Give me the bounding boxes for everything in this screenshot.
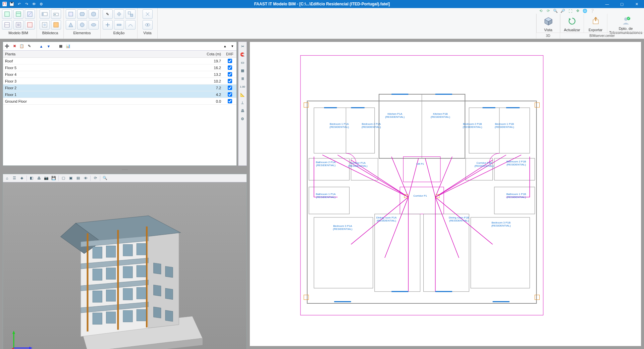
copy-icon[interactable]: 📋 — [19, 44, 24, 49]
elem-icon-4[interactable] — [66, 20, 76, 30]
modelo-icon-4[interactable] — [2, 20, 12, 30]
modelo-icon-5[interactable] — [13, 20, 23, 30]
dxf-checkbox[interactable] — [228, 99, 232, 103]
chart-icon[interactable]: 📊 — [65, 44, 71, 49]
dxf-checkbox[interactable] — [228, 79, 232, 83]
delete-icon[interactable]: ✖ — [12, 44, 17, 49]
table-row[interactable]: Floor 27.2 — [3, 85, 236, 91]
v3d-print-icon[interactable]: 🖶 — [36, 176, 42, 181]
vista-icon-1[interactable] — [143, 9, 153, 19]
modelo-icon-1[interactable] — [2, 9, 12, 19]
edit-icon-3[interactable] — [125, 9, 136, 19]
edit-icon[interactable]: ✎ — [26, 44, 32, 49]
bib-icon-4[interactable] — [51, 20, 61, 30]
table-row[interactable]: Roof19.7 — [3, 58, 236, 64]
edit-icon-1[interactable]: ✎ — [103, 9, 113, 19]
v3d-cube-icon[interactable]: ◧ — [29, 176, 34, 181]
move-up-icon[interactable]: ▲ — [39, 44, 44, 49]
undo-icon[interactable]: ↶ — [17, 2, 21, 6]
edit-icon-4[interactable] — [103, 20, 113, 30]
table-row[interactable]: Floor 14.2 — [3, 91, 236, 98]
mini-zoom-out-icon[interactable]: 🔎 — [560, 8, 566, 14]
mini-globe-icon[interactable]: 🌐 — [582, 8, 588, 14]
settings-icon[interactable]: ⚙ — [39, 2, 44, 6]
save-icon[interactable] — [9, 2, 14, 6]
bib-icon-1[interactable] — [40, 9, 50, 19]
maximize-button[interactable]: ▢ — [614, 0, 629, 8]
add-icon[interactable]: ➕ — [4, 44, 10, 49]
mini-nav-1[interactable]: ⟲ — [538, 8, 543, 14]
vista-icon-2[interactable] — [143, 20, 153, 30]
collapse-down-icon[interactable]: ▾ — [230, 44, 235, 49]
vtool-ortho-icon[interactable]: ⊥ — [239, 100, 246, 106]
mini-fit-icon[interactable]: ⛶ — [568, 8, 573, 14]
viewport-3d[interactable] — [3, 182, 247, 349]
mini-zoom-in-icon[interactable]: 🔍 — [553, 8, 558, 14]
ribbon-left: Modelo BIM Biblioteca — [0, 8, 158, 39]
vtool-magnet-icon[interactable]: 🧲 — [239, 51, 246, 57]
col-planta[interactable]: Planta — [3, 51, 200, 58]
modelo-icon-2[interactable] — [13, 9, 23, 19]
table-row[interactable]: Floor 516.2 — [3, 64, 236, 71]
v3d-sq3-icon[interactable]: ▤ — [75, 176, 81, 181]
find-icon[interactable]: 👁 — [32, 2, 36, 6]
ribbon-action-dpto[interactable]: ✓ Dpto. de Telecomunicaciones — [607, 14, 644, 33]
bib-icon-2[interactable] — [51, 9, 61, 19]
dxf-checkbox[interactable] — [228, 59, 232, 63]
vtool-dim-icon[interactable]: 1.00 — [239, 84, 246, 90]
table-row[interactable]: Floor 413.2 — [3, 71, 236, 78]
vtool-print-icon[interactable]: 🖶 — [239, 108, 246, 114]
v3d-eye-icon[interactable]: 👁 — [83, 176, 88, 181]
collapse-up-icon[interactable]: ▴ — [222, 44, 228, 49]
v3d-sq2-icon[interactable]: ▣ — [68, 176, 73, 181]
modelo-icon-6[interactable] — [25, 20, 35, 30]
planta-panel: ➕ ✖ 📋 ✎ ▲ ▼ ▦ 📊 ▴ ▾ — [3, 42, 237, 166]
dxf-checkbox[interactable] — [228, 72, 232, 77]
minimize-button[interactable]: — — [600, 0, 614, 8]
table-row[interactable]: Floor 310.2 — [3, 78, 236, 85]
redo-icon[interactable]: ↷ — [24, 2, 29, 6]
table-row[interactable]: Ground Floor0.0 — [3, 98, 236, 105]
dxf-checkbox[interactable] — [228, 86, 232, 90]
vtool-select-icon[interactable]: ▭ — [239, 59, 246, 65]
bib-icon-3[interactable] — [40, 20, 50, 30]
mini-nav-2[interactable]: ⟳ — [545, 8, 551, 14]
edit-icon-6[interactable] — [125, 20, 136, 30]
grid-icon[interactable]: ▦ — [58, 44, 63, 49]
elem-icon-1[interactable] — [66, 9, 76, 19]
vtool-layers-icon[interactable]: ≣ — [239, 76, 246, 82]
dxf-checkbox[interactable] — [228, 92, 232, 97]
v3d-save-icon[interactable]: 💾 — [51, 176, 56, 181]
dxf-checkbox[interactable] — [228, 65, 232, 70]
ribbon-action-vista[interactable]: Vista — [536, 14, 560, 33]
edit-icon-2[interactable] — [114, 9, 124, 19]
v3d-refresh-icon[interactable]: ⟳ — [93, 176, 98, 181]
v3d-tree-icon[interactable]: ☰ — [12, 176, 17, 181]
mini-pan-icon[interactable]: ✥ — [575, 8, 580, 14]
elem-icon-3[interactable] — [89, 9, 99, 19]
move-down-icon[interactable]: ▼ — [46, 44, 51, 49]
ribbon-action-actualizar[interactable]: Actualizar — [560, 14, 584, 33]
vtool-crop-icon[interactable]: ✂ — [239, 43, 246, 49]
v3d-persp-icon[interactable]: ◈ — [19, 176, 24, 181]
ribbon-action-exportar[interactable]: Exportar — [584, 14, 607, 33]
vtool-grid-icon[interactable]: ▦ — [239, 67, 246, 73]
close-button[interactable]: ✕ — [629, 0, 644, 8]
v3d-cam-icon[interactable]: 📷 — [44, 176, 49, 181]
col-dxf[interactable]: DXF — [223, 51, 236, 58]
vtool-config-icon[interactable]: ⚙ — [239, 116, 246, 122]
elem-icon-6[interactable] — [89, 20, 99, 30]
horizontal-splitter[interactable]: ⋯⋯ — [3, 168, 247, 171]
elem-icon-2[interactable] — [77, 9, 87, 19]
vtool-measure-icon[interactable]: 📐 — [239, 92, 246, 98]
modelo-icon-3[interactable] — [25, 9, 35, 19]
edit-icon-5[interactable] — [114, 20, 124, 30]
col-cota[interactable]: Cota (m) — [200, 51, 223, 58]
svg-rect-14 — [42, 12, 44, 16]
v3d-zoom-icon[interactable]: 🔍 — [102, 176, 108, 181]
elem-icon-5[interactable] — [77, 20, 87, 30]
mini-help-icon[interactable]: ❔ — [590, 8, 595, 14]
v3d-home-icon[interactable]: ⌂ — [4, 176, 10, 181]
floorplan-canvas[interactable]: Kitchen P1A(RESIDENTIAL)Kitchen P1B(RESI… — [250, 42, 641, 346]
v3d-sq1-icon[interactable]: ▢ — [61, 176, 66, 181]
